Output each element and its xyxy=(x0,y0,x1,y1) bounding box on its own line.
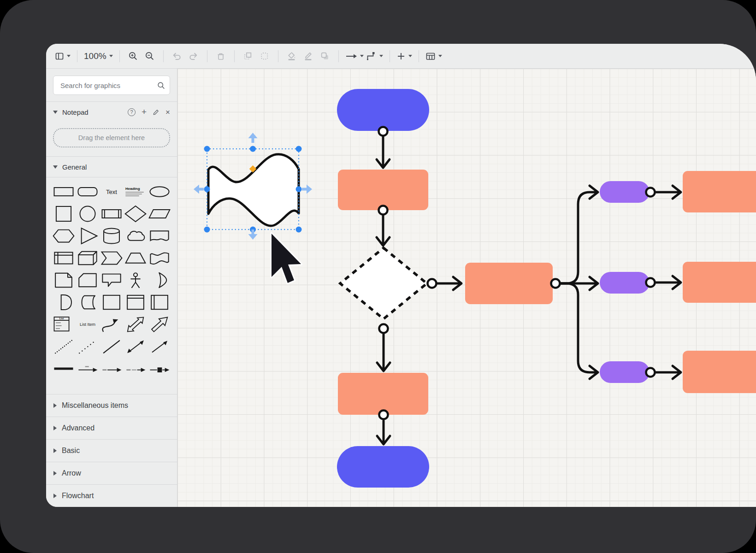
palette-shape-circle[interactable] xyxy=(76,203,100,224)
insert-button[interactable] xyxy=(395,48,413,64)
connection-port-4[interactable] xyxy=(646,188,655,197)
node-result-mid[interactable] xyxy=(683,262,756,303)
palette-shape-process[interactable] xyxy=(100,203,124,224)
add-icon[interactable]: + xyxy=(142,107,147,116)
palette-shape-heading[interactable]: Heading xyxy=(124,181,148,202)
edge-decision-step2[interactable] xyxy=(437,277,461,290)
palette-shape-parallelogram[interactable] xyxy=(148,203,171,224)
edge-top-result[interactable] xyxy=(655,186,681,199)
move-up-arrow-icon[interactable] xyxy=(248,133,258,143)
edge-step2-bot[interactable] xyxy=(560,283,598,379)
node-decision[interactable] xyxy=(340,248,427,319)
zoom-in-button[interactable] xyxy=(125,48,142,64)
connection-port-8[interactable] xyxy=(379,411,388,419)
shadow-button[interactable] xyxy=(317,48,333,64)
palette-shape-tape[interactable] xyxy=(148,247,171,269)
palette-shape-bidirectional-arrow[interactable] xyxy=(124,336,148,357)
diagram-canvas[interactable] xyxy=(177,69,756,507)
sidebar-section-flowchart[interactable]: Flowchart xyxy=(46,484,177,507)
connection-port-6[interactable] xyxy=(646,368,655,377)
to-front-button[interactable] xyxy=(240,48,256,64)
resize-handle[interactable] xyxy=(296,146,302,152)
sidebar-section-arrow[interactable]: Arrow xyxy=(46,462,177,484)
edge-bot-result[interactable] xyxy=(655,366,681,379)
palette-shape-step[interactable] xyxy=(100,247,124,269)
palette-shape-labeled-arrow-2[interactable] xyxy=(100,358,124,379)
connection-port-1[interactable] xyxy=(379,206,388,215)
sidebar-section-miscellaneous[interactable]: Miscellaneous items xyxy=(46,394,177,417)
redo-button[interactable] xyxy=(185,48,202,64)
palette-shape-actor[interactable] xyxy=(124,270,148,291)
palette-shape-arrow-box[interactable] xyxy=(148,358,171,379)
node-result-bot[interactable] xyxy=(683,351,756,393)
wave-shape[interactable] xyxy=(208,154,299,226)
line-color-button[interactable] xyxy=(300,48,317,64)
resize-handle[interactable] xyxy=(204,146,210,152)
node-result-top[interactable] xyxy=(683,171,756,212)
resize-handle[interactable] xyxy=(296,227,302,233)
palette-shape-labeled-arrow-3[interactable] xyxy=(124,358,148,379)
palette-shape-data-storage[interactable] xyxy=(76,292,100,313)
palette-shape-curve[interactable] xyxy=(100,314,124,335)
palette-shape-or[interactable] xyxy=(148,270,171,291)
palette-shape-link[interactable] xyxy=(52,358,76,379)
connection-port-2[interactable] xyxy=(428,279,437,288)
palette-shape-trapezoid[interactable] xyxy=(124,247,148,269)
palette-shape-triangle[interactable] xyxy=(76,225,100,247)
edge-step2-top[interactable] xyxy=(560,186,598,283)
palette-shape-cube[interactable] xyxy=(76,247,100,269)
palette-shape-titled-container[interactable] xyxy=(124,292,148,313)
waypoint-style-button[interactable] xyxy=(365,48,384,64)
palette-shape-hexagon[interactable] xyxy=(52,225,76,247)
palette-shape-list[interactable]: List xyxy=(52,314,76,335)
notepad-drop-zone[interactable]: Drag the element here xyxy=(53,128,170,147)
palette-shape-callout[interactable] xyxy=(100,270,124,291)
edge-start-step1[interactable] xyxy=(377,137,390,168)
palette-shape-ellipse[interactable] xyxy=(148,181,171,202)
general-section-header[interactable]: General xyxy=(46,157,177,177)
palette-shape-card[interactable] xyxy=(76,270,100,291)
search-input[interactable] xyxy=(59,81,157,90)
move-left-arrow-icon[interactable] xyxy=(194,185,204,194)
zoom-level-button[interactable]: 100% xyxy=(83,48,114,64)
node-step-1[interactable] xyxy=(338,170,428,210)
palette-shape-rounded-rectangle[interactable] xyxy=(76,181,100,202)
resize-handle[interactable] xyxy=(250,146,256,152)
fill-color-button[interactable] xyxy=(284,48,300,64)
palette-shape-dashed-line[interactable] xyxy=(76,336,100,357)
move-right-arrow-icon[interactable] xyxy=(302,185,312,194)
node-branch-mid[interactable] xyxy=(600,272,650,294)
palette-shape-double-arrow-outline[interactable] xyxy=(124,314,148,335)
connection-port-3[interactable] xyxy=(551,279,560,288)
node-step-2[interactable] xyxy=(465,263,553,304)
edit-pencil-icon[interactable] xyxy=(153,109,159,116)
connection-port-7[interactable] xyxy=(379,324,388,333)
node-start[interactable] xyxy=(337,89,429,131)
move-down-arrow-icon[interactable] xyxy=(248,229,258,240)
palette-shape-dotted-line[interactable] xyxy=(52,336,76,357)
undo-button[interactable] xyxy=(169,48,185,64)
sidebar-section-advanced[interactable]: Advanced xyxy=(46,417,177,439)
resize-handle[interactable] xyxy=(296,186,302,192)
palette-shape-line[interactable] xyxy=(100,336,124,357)
delete-button[interactable] xyxy=(213,48,229,64)
palette-shape-internal-storage[interactable] xyxy=(52,247,76,269)
edge-step1-decision[interactable] xyxy=(377,216,390,246)
node-branch-top[interactable] xyxy=(600,181,650,203)
resize-handle[interactable] xyxy=(204,186,210,192)
resize-handle[interactable] xyxy=(204,227,210,233)
node-step-3[interactable] xyxy=(338,373,428,415)
edge-step3-end[interactable] xyxy=(377,421,390,444)
palette-shape-text[interactable]: Text xyxy=(100,181,124,202)
connection-port-0[interactable] xyxy=(379,127,388,136)
palette-shape-and[interactable] xyxy=(52,292,76,313)
node-end[interactable] xyxy=(337,446,429,488)
close-icon[interactable]: × xyxy=(165,108,170,116)
help-icon[interactable]: ? xyxy=(128,108,136,116)
palette-shape-cloud[interactable] xyxy=(124,225,148,247)
palette-shape-cylinder[interactable] xyxy=(100,225,124,247)
palette-shape-labeled-arrow-1[interactable] xyxy=(76,358,100,379)
palette-shape-list-item[interactable]: List Item xyxy=(76,314,100,335)
palette-shape-vertical-container[interactable] xyxy=(148,292,171,313)
zoom-out-button[interactable] xyxy=(142,48,158,64)
